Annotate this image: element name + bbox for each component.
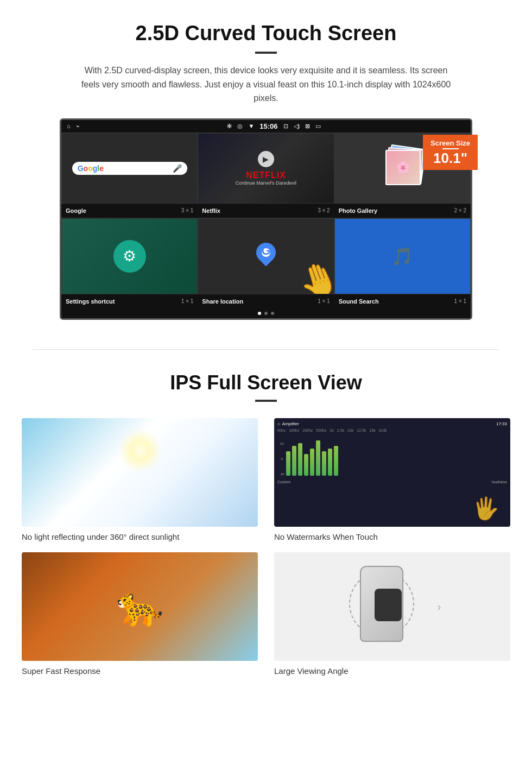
- nav-dot-2: [264, 312, 268, 315]
- photo-card-front: 🌸: [385, 150, 421, 185]
- window-icon: ▭: [315, 123, 321, 130]
- sun-glow: [118, 429, 162, 472]
- section1-title: 2.5D Curved Touch Screen: [33, 22, 499, 45]
- google-maps-icon: G: [252, 243, 280, 270]
- labels-row-top: Google 3 × 1 Netflix 3 × 2 Photo Gallery…: [61, 204, 471, 218]
- eq-bar-8: [328, 449, 332, 476]
- netflix-app-cell[interactable]: ▶ NETFLIX Continue Marvel's Daredevil: [198, 133, 334, 204]
- eq-bar-1: [286, 451, 290, 476]
- settings-label: Settings shortcut 1 × 1: [61, 297, 198, 306]
- device-screen: ⌂ ⌁ ✻ ◎ ▼ 15:06 ⊡ ◁) ⊠ ▭: [60, 118, 472, 320]
- amp-header: ⌂ Amplifier 17:33: [277, 421, 507, 426]
- feature-watermarks-label: No Watermarks When Touch: [274, 532, 510, 541]
- bluetooth-icon: ✻: [227, 123, 232, 130]
- feature-viewing-angle: › Large Viewing Angle: [274, 552, 510, 676]
- badge-size: 10.1": [433, 150, 467, 166]
- wifi-icon: ▼: [248, 123, 254, 129]
- amp-equalizer: 100-10: [277, 434, 507, 478]
- car-visual: ›: [274, 552, 510, 661]
- eq-bar-4: [304, 454, 308, 476]
- section-curved-screen: 2.5D Curved Touch Screen With 2.5D curve…: [0, 0, 532, 333]
- status-time: 15:06: [259, 122, 277, 130]
- section2-title: IPS Full Screen View: [22, 371, 510, 394]
- amp-footer: Custom loudness: [277, 480, 507, 484]
- amp-home-icon: ⌂: [277, 421, 280, 426]
- feature-sunlight-label: No light reflecting under 360° direct su…: [22, 532, 258, 541]
- feature-watermarks: ⌂ Amplifier 17:33 60hz100hz200hz500hz 1k…: [274, 418, 510, 541]
- feature-viewing-angle-label: Large Viewing Angle: [274, 666, 510, 676]
- close-icon: ⊠: [305, 123, 310, 130]
- status-bar-left: ⌂ ⌁: [67, 123, 80, 130]
- photo-gallery-label: Photo Gallery 2 × 2: [334, 206, 471, 216]
- camera-icon: ⊡: [283, 123, 288, 130]
- sound-search-label: Sound Search 1 × 1: [334, 297, 471, 306]
- sound-search-app-name: Sound Search: [339, 298, 379, 305]
- eq-bar-6: [316, 440, 320, 476]
- feature-cheetah-image: 🐆: [22, 552, 258, 661]
- section1-divider: [255, 52, 277, 54]
- eq-bar-2: [292, 446, 296, 476]
- share-location-cell[interactable]: G 🤚: [198, 218, 334, 294]
- share-location-app-name: Share location: [202, 298, 243, 305]
- google-search-bar[interactable]: Google 🎤: [72, 162, 187, 175]
- section-ips-screen: IPS Full Screen View No light reflecting…: [0, 366, 532, 692]
- netflix-app-name: Netflix: [202, 207, 220, 214]
- car-top-view: ›: [354, 563, 430, 650]
- screen-size-badge: Screen Size 10.1": [423, 135, 478, 171]
- sound-search-cell[interactable]: 🎵: [334, 218, 471, 294]
- sound-search-app-size: 1 × 1: [454, 298, 466, 304]
- section2-divider: [255, 400, 277, 402]
- feature-sunlight-image: [22, 418, 258, 527]
- nav-dot-3: [271, 312, 274, 315]
- eq-side-labels: 100-10: [280, 442, 284, 476]
- sound-search-icon: 🎵: [386, 240, 419, 273]
- home-icon: ⌂: [67, 123, 71, 129]
- volume-icon: ◁): [294, 123, 300, 130]
- photo-gallery-app-name: Photo Gallery: [339, 207, 378, 214]
- location-icon: ◎: [237, 123, 243, 130]
- google-app-size: 3 × 1: [181, 207, 194, 213]
- usb-icon: ⌁: [76, 123, 80, 130]
- settings-icon: ⚙: [113, 240, 146, 273]
- settings-shortcut-cell[interactable]: ⚙: [61, 218, 198, 294]
- google-app-cell[interactable]: Google 🎤: [61, 133, 198, 204]
- mic-icon: 🎤: [173, 164, 182, 173]
- badge-title: Screen Size: [430, 139, 470, 147]
- google-app-name: Google: [66, 207, 86, 214]
- photo-stack: 🌸: [381, 147, 424, 190]
- netflix-logo: NETFLIX: [246, 171, 286, 180]
- feature-fast-response: 🐆 Super Fast Response: [22, 552, 258, 676]
- amp-time: 17:33: [496, 421, 507, 426]
- cheetah-visual: 🐆: [22, 552, 258, 661]
- eq-bar-9: [334, 446, 338, 476]
- features-grid: No light reflecting under 360° direct su…: [22, 418, 510, 676]
- feature-sunlight: No light reflecting under 360° direct su…: [22, 418, 258, 541]
- netflix-thumbnail: ▶ NETFLIX Continue Marvel's Daredevil: [198, 134, 333, 203]
- car-direction-arrow: ›: [438, 600, 441, 613]
- share-location-label: Share location 1 × 1: [198, 297, 334, 306]
- feature-amplifier-image: ⌂ Amplifier 17:33 60hz100hz200hz500hz 1k…: [274, 418, 510, 527]
- google-label: Google 3 × 1: [61, 206, 198, 216]
- amp-loudness-label: loudness: [492, 480, 507, 484]
- settings-app-size: 1 × 1: [181, 298, 194, 304]
- status-bar: ⌂ ⌁ ✻ ◎ ▼ 15:06 ⊡ ◁) ⊠ ▭: [61, 120, 471, 133]
- feature-car-image: ›: [274, 552, 510, 661]
- eq-bar-5: [310, 449, 314, 476]
- share-location-app-size: 1 × 1: [318, 298, 330, 304]
- amp-custom-label: Custom: [277, 480, 290, 484]
- amp-title: Amplifier: [282, 421, 299, 426]
- sunlight-visual: [22, 418, 258, 527]
- eq-bar-7: [322, 451, 326, 476]
- nav-dot-1: [258, 312, 261, 315]
- section1-description: With 2.5D curved-display screen, this de…: [76, 64, 456, 105]
- netflix-play-button[interactable]: ▶: [258, 151, 274, 167]
- bottom-nav: [61, 308, 471, 318]
- app-grid-bottom: ⚙ G 🤚 🎵: [61, 218, 471, 294]
- badge-divider: [442, 148, 459, 149]
- amp-hand-overlay: 🖐: [472, 496, 499, 521]
- netflix-subtitle: Continue Marvel's Daredevil: [236, 180, 296, 186]
- netflix-label: Netflix 3 × 2: [198, 206, 334, 216]
- settings-app-name: Settings shortcut: [66, 298, 115, 305]
- car-body: [360, 566, 403, 642]
- photo-gallery-app-size: 2 × 2: [454, 207, 466, 213]
